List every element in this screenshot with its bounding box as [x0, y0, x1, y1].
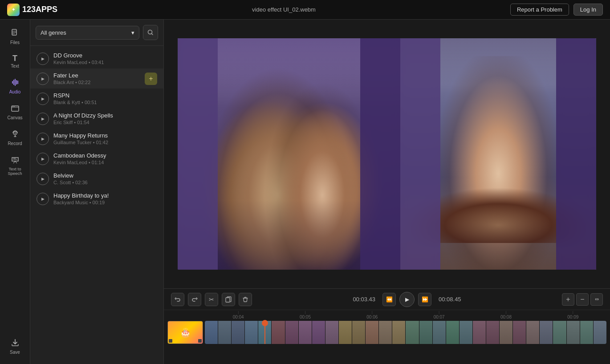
copy-button[interactable]	[222, 293, 235, 306]
zoom-plus-button[interactable]: +	[562, 293, 574, 306]
preview-right-panel	[400, 38, 596, 270]
frame-thumbnail	[433, 321, 446, 344]
track-meta: Kevin MacLeod • 03:41	[53, 60, 157, 65]
track-name: A Night Of Dizzy Spells	[53, 112, 157, 119]
record-icon	[11, 129, 20, 140]
add-track-button[interactable]: +	[145, 73, 157, 85]
left-blur-overlay	[178, 38, 218, 270]
track-play-button[interactable]: ▶	[37, 193, 49, 205]
sidebar-item-files[interactable]: Files	[2, 25, 28, 49]
track-play-button[interactable]: ▶	[37, 53, 49, 65]
track-item[interactable]: ▶ Happy Birthday to ya! Backyard Music •…	[30, 189, 163, 209]
preview-area	[164, 20, 610, 288]
track-info: DD Groove Kevin MacLeod • 03:41	[53, 52, 157, 65]
current-time: 00:03.43	[349, 296, 379, 303]
canvas-icon	[11, 104, 20, 114]
sidebar-item-record[interactable]: Record	[2, 126, 28, 150]
thumb-dot-right	[198, 339, 202, 343]
frame-thumbnail	[594, 321, 606, 344]
genre-select[interactable]: All genres ▾	[36, 26, 139, 40]
tts-label: Text to Speech	[5, 167, 25, 176]
frame-thumbnail	[245, 321, 258, 344]
track-thumbnail: 🎂	[167, 321, 203, 344]
track-info: Belview C. Scott • 02:36	[53, 172, 157, 185]
ruler-mark: 00:07	[406, 310, 472, 320]
track-meta: C. Scott • 02:36	[53, 180, 157, 185]
track-name: RSPN	[53, 92, 157, 99]
frame-thumbnail	[366, 321, 378, 344]
track-item[interactable]: ▶ Cambodean Odessy Kevin MacLeod • 01:14	[30, 149, 163, 169]
track-meta: Black Ant • 02:22	[53, 80, 140, 85]
frame-thumbnail	[312, 321, 325, 344]
track-item[interactable]: ▶ A Night Of Dizzy Spells Eric Skiff • 0…	[30, 109, 163, 129]
cut-button[interactable]: ✂	[205, 293, 218, 306]
sidebar-item-save[interactable]: Save	[2, 335, 28, 359]
ruler-mark: 00:09	[540, 310, 606, 320]
track-info: Fater Lee Black Ant • 02:22	[53, 72, 140, 85]
rewind-button[interactable]: ⏪	[382, 293, 396, 306]
transport-bar: ✂ 00:03.43 ⏪ ▶ ⏩ 00:08.45 + − ⇔	[164, 289, 610, 310]
frame-thumbnail	[232, 321, 244, 344]
track-item[interactable]: ▶ Belview C. Scott • 02:36	[30, 169, 163, 189]
preview-left-panel	[178, 38, 400, 270]
frame-thumbnail	[339, 321, 352, 344]
login-button[interactable]: Log In	[573, 4, 603, 16]
frame-thumbnail	[325, 321, 338, 344]
music-panel: All genres ▾ ▶ DD Groove Kevin MacLeod •…	[30, 20, 164, 364]
frame-thumbnail	[513, 321, 526, 344]
track-item[interactable]: ▶ RSPN Blank & Kytt • 00:51	[30, 89, 163, 109]
track-item[interactable]: ▶ Fater Lee Black Ant • 02:22 +	[30, 69, 163, 89]
frame-thumbnail	[473, 321, 486, 344]
play-button[interactable]: ▶	[399, 292, 415, 307]
frame-thumbnail	[352, 321, 365, 344]
forward-button[interactable]: ⏩	[418, 293, 431, 306]
sidebar-item-canvas[interactable]: Canvas	[2, 100, 28, 124]
svg-point-5	[14, 133, 16, 134]
frame-thumbnail	[567, 321, 580, 344]
track-info: RSPN Blank & Kytt • 00:51	[53, 92, 157, 105]
track-item[interactable]: ▶ Many Happy Returns Guillaume Tucker • …	[30, 129, 163, 149]
logo-icon: ✦	[7, 4, 20, 16]
delete-button[interactable]	[239, 293, 252, 306]
frame-thumbnail	[500, 321, 512, 344]
topbar: ✦ 123APPS video effect UI_02.webm Report…	[0, 0, 610, 20]
timeline-area: 00:0400:0500:0600:0700:0800:09 🎂	[164, 310, 610, 364]
frame-thumbnail	[392, 321, 405, 344]
sidebar-item-text[interactable]: T Text	[2, 51, 28, 73]
track-name: DD Groove	[53, 52, 157, 59]
track-play-button[interactable]: ▶	[37, 153, 49, 165]
svg-point-2	[12, 106, 13, 107]
track-play-button[interactable]: ▶	[37, 73, 49, 85]
track-name: Cambodean Odessy	[53, 152, 157, 159]
text-icon: T	[12, 54, 17, 62]
sidebar-item-tts[interactable]: Text to Speech	[2, 152, 28, 180]
track-item[interactable]: ▶ DD Groove Kevin MacLeod • 03:41	[30, 49, 163, 69]
zoom-controls: + − ⇔	[562, 293, 603, 306]
expand-timeline-button[interactable]: ⇔	[590, 293, 603, 306]
frame-thumbnail	[446, 321, 459, 344]
save-icon	[11, 338, 20, 348]
frame-thumbnail	[299, 321, 312, 344]
main-layout: Files T Text Audio Canvas	[0, 20, 610, 364]
zoom-minus-button[interactable]: −	[576, 293, 589, 306]
track-play-button[interactable]: ▶	[37, 173, 49, 185]
track-play-button[interactable]: ▶	[37, 93, 49, 105]
thumb-controls	[169, 339, 202, 343]
undo-button[interactable]	[171, 293, 184, 306]
ruler-mark: 00:04	[205, 310, 272, 320]
frame-thumbnail	[285, 321, 298, 344]
sidebar: Files T Text Audio Canvas	[0, 20, 30, 364]
sidebar-item-audio[interactable]: Audio	[2, 74, 28, 98]
redo-button[interactable]	[188, 293, 201, 306]
report-problem-button[interactable]: Report a Problem	[510, 4, 569, 16]
files-icon	[11, 28, 20, 39]
track-play-button[interactable]: ▶	[37, 113, 49, 125]
frame-thumbnail	[526, 321, 539, 344]
file-title: video effect UI_02.webm	[252, 6, 316, 13]
app-logo[interactable]: ✦ 123APPS	[7, 4, 57, 16]
track-name: Happy Birthday to ya!	[53, 192, 157, 199]
frame-thumbnail	[540, 321, 553, 344]
track-list: ▶ DD Groove Kevin MacLeod • 03:41 ▶ Fate…	[30, 46, 163, 364]
search-button[interactable]	[143, 25, 158, 40]
track-play-button[interactable]: ▶	[37, 133, 49, 145]
